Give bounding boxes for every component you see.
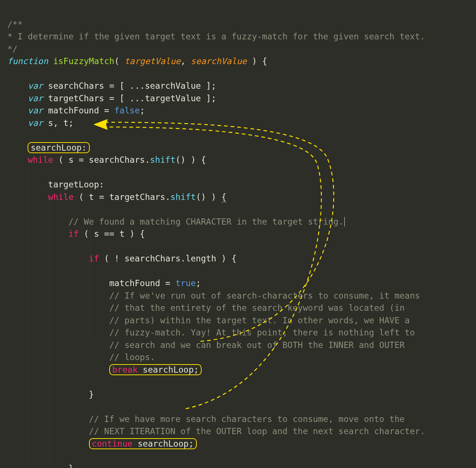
param-search: searchValue [191, 56, 247, 66]
highlight-label-searchloop: searchLoop: [28, 142, 89, 153]
comment-block-open: /** [7, 20, 23, 29]
label-targetloop: targetLoop: [48, 180, 104, 189]
keyword-if: if [68, 229, 79, 239]
keyword-function: function [7, 56, 48, 66]
function-name: isFuzzyMatch [53, 56, 114, 66]
param-target: targetValue [125, 56, 181, 66]
code-editor: /** * I determine if the given target te… [0, 0, 476, 468]
decl-searchchars: searchChars = [ ...searchValue ]; [48, 81, 216, 91]
svg-marker-0 [94, 119, 107, 130]
highlight-continue: continue searchLoop; [89, 438, 197, 449]
highlight-break: break searchLoop; [109, 364, 202, 375]
decl-targetchars: targetChars = [ ...targetValue ]; [48, 94, 216, 103]
comment-match: // We found a matching CHARACTER in the … [68, 217, 344, 226]
comment-block-line: * I determine if the given target text i… [7, 32, 425, 41]
comment-block-close: */ [7, 44, 18, 54]
bool-false: false [114, 106, 140, 115]
bool-true: true [175, 278, 196, 288]
keyword-while: while [28, 155, 53, 165]
decl-st: s, t; [48, 118, 74, 128]
text-cursor [344, 217, 345, 226]
